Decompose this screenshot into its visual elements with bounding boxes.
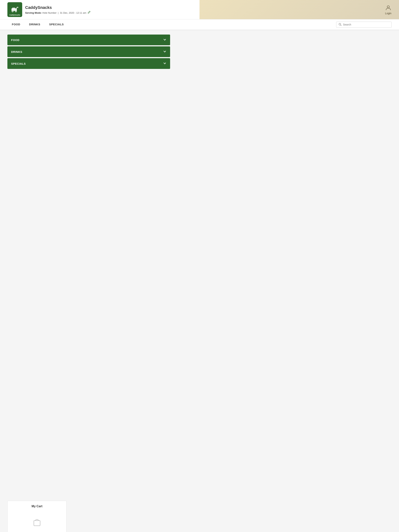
- header-info: CaddySnacks Serving Mode: Hole Number | …: [25, 5, 91, 14]
- svg-point-8: [387, 6, 389, 8]
- content-spacer: [7, 70, 170, 144]
- brand-name: CaddySnacks: [25, 5, 91, 10]
- svg-rect-11: [34, 520, 40, 526]
- cart-empty-area: [11, 512, 63, 528]
- header-left: CaddySnacks CaddySnacks Serving Mode: Ho…: [7, 2, 91, 17]
- header-bg-overlay: [199, 0, 399, 19]
- search-icon: [339, 23, 341, 26]
- page-header: CaddySnacks CaddySnacks Serving Mode: Ho…: [0, 0, 399, 19]
- svg-rect-6: [16, 7, 17, 11]
- search-box: [336, 22, 392, 28]
- chevron-down-icon-food: [163, 38, 166, 42]
- svg-point-4: [12, 11, 13, 12]
- cart-bag-icon: [32, 517, 42, 526]
- login-label[interactable]: Login: [385, 12, 392, 15]
- cart-title: My Cart: [11, 505, 63, 508]
- datetime: 31 Dec, 2020 - 12:11 am: [60, 12, 86, 14]
- cart-panel: My Cart: [7, 501, 66, 532]
- logo-icon: [11, 6, 19, 13]
- serving-mode-label: Serving Mode:: [25, 12, 42, 14]
- svg-point-5: [15, 11, 16, 12]
- header-right[interactable]: Login: [385, 4, 392, 15]
- serving-mode-value: Hole Number: [42, 12, 57, 14]
- user-icon: [385, 4, 392, 11]
- category-food-label: FOOD: [11, 38, 20, 42]
- category-specials-label: SPECIALS: [11, 62, 26, 65]
- search-input[interactable]: [343, 23, 389, 26]
- category-drinks-label: DRINKS: [11, 50, 22, 53]
- navbar-links: FOOD DRINKS SPECIALS: [7, 19, 68, 30]
- nav-drinks[interactable]: DRINKS: [25, 19, 45, 30]
- logo-text: CaddySnacks: [9, 14, 20, 16]
- serving-info: Serving Mode: Hole Number | 31 Dec, 2020…: [25, 11, 91, 14]
- chevron-down-icon-drinks: [163, 50, 166, 54]
- category-specials[interactable]: SPECIALS: [7, 58, 170, 69]
- category-food[interactable]: FOOD: [7, 35, 170, 45]
- logo-container[interactable]: CaddySnacks: [7, 2, 22, 17]
- navbar: FOOD DRINKS SPECIALS: [0, 19, 399, 30]
- svg-rect-1: [12, 7, 15, 9]
- svg-rect-7: [17, 7, 18, 8]
- person-icon: [385, 5, 391, 11]
- svg-line-10: [340, 25, 341, 26]
- nav-specials[interactable]: SPECIALS: [45, 19, 68, 30]
- category-drinks[interactable]: DRINKS: [7, 46, 170, 57]
- nav-food[interactable]: FOOD: [7, 19, 25, 30]
- edit-icon[interactable]: [88, 11, 91, 14]
- chevron-down-icon-specials: [163, 62, 166, 66]
- main-content: FOOD DRINKS SPECIALS: [0, 30, 177, 148]
